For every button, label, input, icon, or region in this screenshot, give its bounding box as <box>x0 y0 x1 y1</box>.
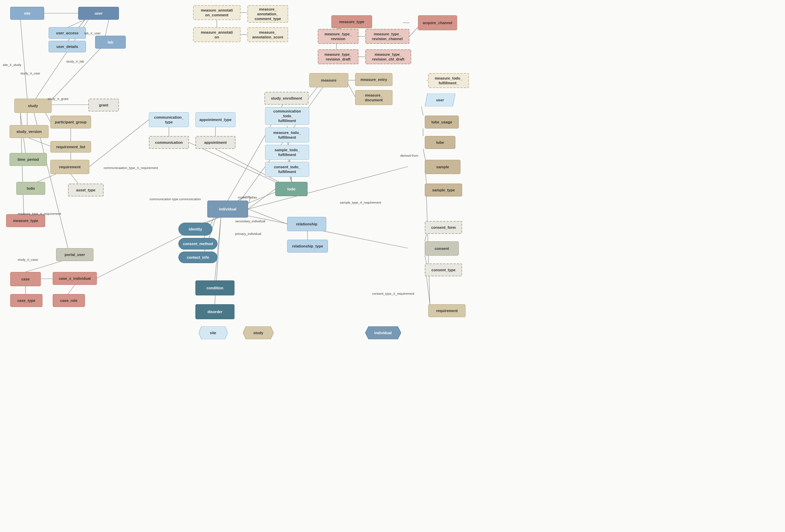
entity-measure-type-revision-channel[interactable]: measure_type_ revision_channel <box>365 29 409 44</box>
entity-consent-type[interactable]: consent_type <box>425 263 462 276</box>
entity-relationship[interactable]: relationship <box>287 217 326 231</box>
entity-participant-group[interactable]: participant_group <box>50 116 91 128</box>
entity-consent-todo-fulfillment[interactable]: consent_todo_ fulfillment <box>265 162 309 177</box>
entity-appointment-type[interactable]: appointment_type <box>195 112 236 127</box>
entity-user-top[interactable]: user <box>78 7 119 20</box>
svg-line-6 <box>53 49 100 99</box>
svg-line-38 <box>215 218 221 280</box>
svg-line-18 <box>25 261 62 272</box>
entity-measure-annotation[interactable]: measure_annotati on <box>193 27 241 42</box>
entity-acquire-channel[interactable]: acquire_channel <box>418 15 457 30</box>
svg-line-52 <box>426 276 430 304</box>
svg-line-4 <box>20 20 27 99</box>
entity-measure-type-revision[interactable]: measure_type_ revision <box>318 29 359 44</box>
svg-line-14 <box>71 174 78 184</box>
svg-line-50 <box>425 234 426 241</box>
entity-asset-type[interactable]: asset_type <box>68 184 104 196</box>
entity-case-role[interactable]: case_role <box>53 294 85 307</box>
svg-line-3 <box>105 20 109 36</box>
entity-portal-user[interactable]: portal_user <box>56 248 93 261</box>
label-secondary-individual: secondary_individual <box>235 219 265 223</box>
entity-consent-form[interactable]: consent_form <box>425 221 462 234</box>
entity-relationship-type[interactable]: relationship_type <box>287 240 328 253</box>
entity-study[interactable]: study <box>14 99 52 113</box>
entity-consent-method[interactable]: consent_method <box>178 238 217 250</box>
entity-measure-annotation-comment[interactable]: measure_annotati on_comment <box>193 5 241 20</box>
label-study-x-user: study_X_user <box>20 71 40 75</box>
entity-appointment[interactable]: appointment <box>195 136 236 149</box>
entity-case-type[interactable]: case_type <box>10 294 42 307</box>
entity-measure-todo-fulfillment[interactable]: measure_todo_ fulfillment <box>265 127 309 142</box>
svg-line-46 <box>421 106 423 116</box>
entity-measure-type-revision-chl-draft[interactable]: measure_type_ revision_chl_draft <box>365 49 411 64</box>
entity-site-top[interactable]: site <box>10 7 44 20</box>
entity-case-x-individual[interactable]: case_x_individual <box>53 272 97 285</box>
entity-user-right[interactable]: user <box>425 93 455 106</box>
connection-lines <box>0 0 785 532</box>
entity-sample[interactable]: sample <box>425 160 460 174</box>
svg-text:site: site <box>210 331 216 335</box>
entity-user-details[interactable]: user_details <box>49 41 86 52</box>
svg-line-21 <box>68 285 75 294</box>
entity-measure-type-revision-draft[interactable]: measure_type_ revision_draft <box>318 49 359 64</box>
label-study-x-lab: study_X_lab <box>66 59 84 63</box>
entity-communication[interactable]: communication <box>149 136 189 149</box>
entity-measure-type-req[interactable]: measure_type <box>6 214 45 227</box>
entity-todo-left[interactable]: todo <box>16 182 45 195</box>
entity-sample-type[interactable]: sample_type <box>425 184 462 196</box>
label-communication-type-communication: communication type communication <box>150 197 201 201</box>
entity-communication-type[interactable]: communication_ type <box>149 112 189 127</box>
entity-tube-usage[interactable]: tube_usage <box>425 116 459 128</box>
entity-individual-bottom[interactable]: individual <box>365 326 401 339</box>
label-communication-type-x-requirement: communicaation_type_X_requirement <box>104 166 158 170</box>
entity-study-enrollment[interactable]: study_enrollment <box>264 92 309 105</box>
svg-text:study: study <box>253 331 263 335</box>
entity-measure-entry[interactable]: measure_entry <box>355 73 392 86</box>
label-study-x-case: study_X_case <box>18 258 38 261</box>
label-measure-type-x-requirement: measure_type_X_requirement <box>18 212 61 216</box>
entity-condition[interactable]: condition <box>195 280 234 295</box>
svg-line-15 <box>37 174 56 182</box>
entity-individual[interactable]: individual <box>207 201 248 218</box>
entity-study-version[interactable]: study_version <box>10 125 49 138</box>
svg-line-26 <box>348 84 355 97</box>
entity-consent[interactable]: consent <box>425 241 459 256</box>
entity-study-bottom[interactable]: study <box>243 326 274 339</box>
entity-measure-document[interactable]: measure_ document <box>355 90 392 105</box>
entity-grant[interactable]: grant <box>88 99 119 111</box>
svg-line-62 <box>248 216 408 248</box>
entity-requirement-right[interactable]: requirement <box>428 304 466 317</box>
entity-requirement-list[interactable]: requirement_list <box>50 141 91 153</box>
svg-line-51 <box>425 256 426 263</box>
entity-lab[interactable]: lab <box>95 36 126 49</box>
label-study-x-grant: study_X_grant <box>48 97 68 101</box>
entity-requirement[interactable]: requirement <box>50 160 89 174</box>
entity-measure-todo-fulfillment2[interactable]: measure_todo_ fulfillment_ <box>428 73 469 88</box>
entity-time-period[interactable]: time_period <box>10 153 47 166</box>
diagram-container: site user user_access user_details lab s… <box>0 0 785 532</box>
label-consent-type-x-requirement: consent_type_X_requirement <box>372 292 414 295</box>
entity-disorder[interactable]: disorder <box>195 304 234 319</box>
label-derived-from: derived from <box>400 154 418 157</box>
entity-communication-todo-fulfillment[interactable]: communication _todo_ fulfillment <box>265 107 309 125</box>
svg-line-11 <box>29 138 50 146</box>
entity-tube[interactable]: tube <box>425 136 455 149</box>
entity-measure-annotation-comment-type[interactable]: measure_ annotation_ comment_type <box>247 5 288 23</box>
entity-sample-todo-fulfillment[interactable]: sample_todo_ fulfillment <box>265 145 309 160</box>
svg-line-56 <box>89 120 149 167</box>
entity-measure[interactable]: measure <box>309 73 348 87</box>
svg-line-48 <box>423 149 425 160</box>
entity-todo-center[interactable]: todo <box>275 182 308 196</box>
svg-line-33 <box>204 218 219 223</box>
entity-measure-type[interactable]: measure_type <box>331 15 372 28</box>
label-sample-type-x-requirement: sample_type_X_requirement <box>340 201 381 204</box>
entity-case[interactable]: case <box>10 272 41 286</box>
entity-measure-annotation-score[interactable]: measure_ annotation_score <box>247 27 288 42</box>
entity-site-bottom[interactable]: site <box>199 326 228 339</box>
entity-identity[interactable]: identity <box>178 223 212 236</box>
entity-user-access[interactable]: user_access <box>49 27 86 39</box>
svg-line-1 <box>68 20 85 27</box>
svg-text:user: user <box>436 98 444 102</box>
entity-contact-info[interactable]: contact_info <box>178 252 217 263</box>
label-primary-individual: primary_individual <box>235 232 261 236</box>
